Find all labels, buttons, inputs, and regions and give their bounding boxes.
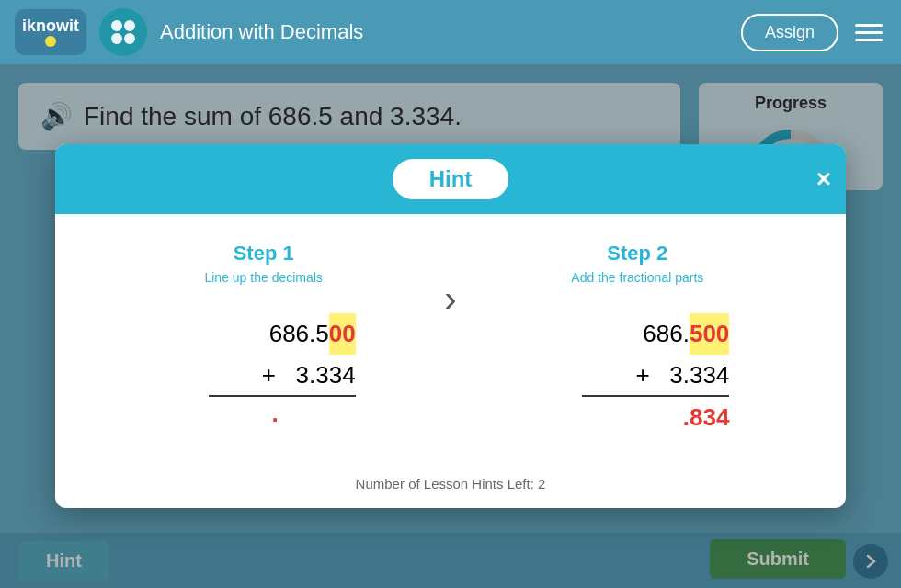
dots-icon <box>107 16 140 49</box>
step1-dot: . <box>172 397 356 430</box>
step-1-subtitle: Line up the decimals <box>204 269 322 286</box>
step1-line1: 686.500 <box>172 313 356 354</box>
hamburger-line-1 <box>855 24 883 27</box>
main-area: 🔊 Find the sum of 686.5 and 3.334. Progr… <box>0 64 901 588</box>
chevron-icon: › <box>435 278 465 320</box>
logo: iknowit <box>15 9 86 55</box>
header-title: Addition with Decimals <box>160 20 728 44</box>
hamburger-line-2 <box>855 31 883 34</box>
step2-line2: + 3.334 <box>545 355 729 395</box>
svg-point-1 <box>124 20 135 31</box>
svg-point-0 <box>111 20 122 31</box>
activity-icon <box>99 8 147 56</box>
modal-footer: Number of Lesson Hints Left: 2 <box>55 465 846 508</box>
hint-modal: Hint × Step 1 Line up the decimals 686.5… <box>55 144 846 508</box>
logo-text: iknowit <box>22 17 79 34</box>
step-2-math: 686.500 + 3.334 .834 <box>545 313 729 437</box>
step2-line1: 686.500 <box>545 313 729 354</box>
hamburger-line-3 <box>855 39 883 41</box>
step2-result: .834 <box>545 397 729 437</box>
hamburger-menu-button[interactable] <box>851 20 886 45</box>
step-1: Step 1 Line up the decimals 686.500 + 3.… <box>92 242 435 430</box>
modal-close-button[interactable]: × <box>816 166 831 192</box>
header: iknowit Addition with Decimals Assign <box>0 0 901 64</box>
step-1-title: Step 1 <box>234 242 294 266</box>
step-2-title: Step 2 <box>607 242 667 266</box>
step-2: Step 2 Add the fractional parts 686.500 … <box>466 242 809 437</box>
step-2-subtitle: Add the fractional parts <box>571 269 703 286</box>
modal-title: Hint <box>393 159 509 199</box>
modal-header: Hint × <box>55 144 846 214</box>
step1-line2: + 3.334 <box>172 355 356 395</box>
modal-body: Step 1 Line up the decimals 686.500 + 3.… <box>55 214 846 465</box>
step-1-math: 686.500 + 3.334 . <box>172 313 356 430</box>
logo-bulb-icon <box>45 36 56 47</box>
steps-container: Step 1 Line up the decimals 686.500 + 3.… <box>92 242 809 437</box>
svg-point-3 <box>124 33 135 44</box>
hints-remaining: Number of Lesson Hints Left: 2 <box>356 476 546 492</box>
assign-button[interactable]: Assign <box>741 14 838 51</box>
modal-overlay: Hint × Step 1 Line up the decimals 686.5… <box>0 64 901 588</box>
svg-point-2 <box>111 33 122 44</box>
